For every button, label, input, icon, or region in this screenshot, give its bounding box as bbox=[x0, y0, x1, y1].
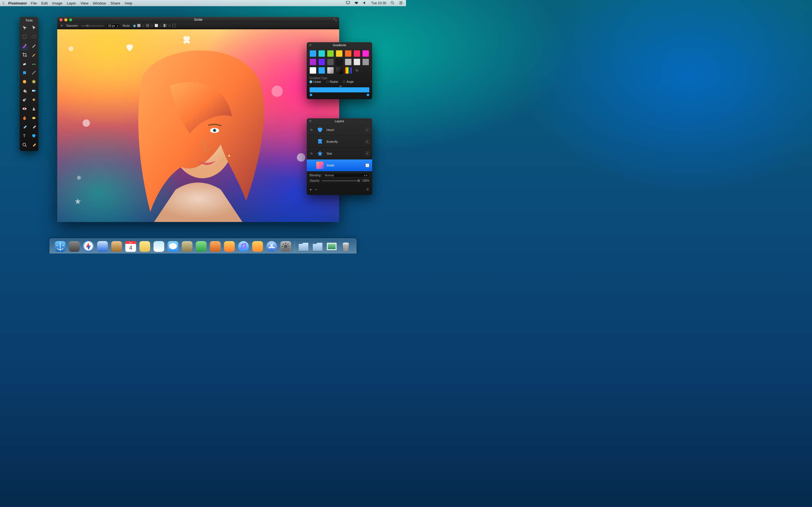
diameter-slider[interactable] bbox=[81, 25, 104, 26]
dock-launchpad-icon[interactable] bbox=[68, 240, 81, 253]
shape-tool[interactable] bbox=[20, 68, 29, 77]
type-tool[interactable]: T bbox=[20, 131, 29, 140]
heal-tool[interactable] bbox=[29, 95, 38, 104]
menu-view[interactable]: View bbox=[81, 1, 89, 5]
layer-row[interactable]: Butterfly✓ bbox=[307, 136, 372, 148]
fullscreen-icon[interactable] bbox=[334, 18, 337, 23]
redeye-tool[interactable] bbox=[20, 104, 29, 113]
volume-icon[interactable] bbox=[363, 1, 367, 6]
blur-tool[interactable] bbox=[20, 77, 29, 86]
gradient-swatch[interactable] bbox=[310, 59, 316, 65]
dock-photos-icon[interactable] bbox=[223, 240, 236, 253]
gradient-swatch[interactable] bbox=[318, 50, 325, 57]
dock-trash-icon[interactable] bbox=[340, 240, 352, 253]
eyedropper-tool[interactable] bbox=[20, 122, 29, 131]
lasso-tool[interactable] bbox=[29, 32, 38, 41]
gradient-swatch[interactable] bbox=[318, 67, 325, 74]
blending-select[interactable]: Normal▲▼ bbox=[323, 173, 369, 177]
gradient-swatch[interactable] bbox=[327, 67, 334, 74]
opacity-slider[interactable] bbox=[322, 180, 361, 181]
dock-maps-icon[interactable] bbox=[181, 240, 194, 253]
gradient-type-angle[interactable]: Angle bbox=[343, 80, 354, 83]
gradient-stop-right[interactable] bbox=[366, 94, 369, 96]
gradient-swatch[interactable] bbox=[336, 59, 343, 65]
apple-menu-icon[interactable]:  bbox=[3, 1, 4, 5]
dock-photobooth-icon[interactable] bbox=[209, 240, 222, 253]
pointer-tool[interactable] bbox=[29, 23, 38, 32]
dock-finder-icon[interactable] bbox=[54, 240, 67, 253]
layers-panel-titlebar[interactable]: ✕ Layers bbox=[307, 118, 372, 124]
gradient-swatch[interactable] bbox=[354, 50, 360, 57]
dock-contacts-icon[interactable] bbox=[110, 240, 123, 253]
gradient-swatch[interactable] bbox=[362, 59, 369, 65]
color-picker-tool[interactable] bbox=[29, 122, 38, 131]
layer-row[interactable]: fxHeart✓ bbox=[307, 124, 372, 136]
layer-row[interactable]: fxStar✓ bbox=[307, 148, 372, 159]
dock-ibooks-icon[interactable] bbox=[251, 240, 264, 253]
menu-image[interactable]: Image bbox=[52, 1, 62, 5]
wifi-icon[interactable] bbox=[354, 1, 359, 6]
dock-preferences-icon[interactable] bbox=[280, 240, 292, 253]
gradient-swatch[interactable] bbox=[327, 59, 334, 65]
toolbar-gear-icon[interactable] bbox=[60, 24, 63, 28]
gradient-type-radial[interactable]: Radial bbox=[326, 80, 338, 83]
dock-facetime-icon[interactable] bbox=[195, 240, 208, 253]
dock-appstore-icon[interactable] bbox=[265, 240, 278, 253]
menu-help[interactable]: Help bbox=[125, 1, 133, 5]
mode-radio-3[interactable] bbox=[151, 25, 153, 27]
layer-row[interactable]: Smile✓ bbox=[307, 159, 372, 171]
burn-tool[interactable] bbox=[20, 113, 29, 122]
paint-bucket-tool[interactable] bbox=[20, 86, 29, 95]
spotlight-icon[interactable] bbox=[390, 1, 395, 6]
notification-center-icon[interactable] bbox=[399, 1, 403, 6]
eraser-tool[interactable] bbox=[20, 59, 29, 68]
gradients-panel[interactable]: ✕ Gradients Gradient Type Linear Radial … bbox=[307, 42, 372, 99]
menu-share[interactable]: Share bbox=[110, 1, 120, 5]
sharpen-tool[interactable] bbox=[29, 104, 38, 113]
gradient-swatch[interactable] bbox=[345, 59, 352, 65]
line-tool[interactable] bbox=[29, 68, 38, 77]
mode-radio-5[interactable] bbox=[168, 25, 170, 27]
gradient-presets-gear-icon[interactable] bbox=[354, 67, 361, 74]
dock-safari-icon[interactable] bbox=[82, 240, 95, 253]
mode-radio-4[interactable] bbox=[160, 25, 162, 27]
gradients-panel-titlebar[interactable]: ✕ Gradients bbox=[307, 42, 372, 48]
menu-file[interactable]: File bbox=[31, 1, 37, 5]
menubar-clock[interactable]: Tue 10:30 bbox=[371, 1, 386, 5]
mode-radio-2[interactable] bbox=[142, 25, 144, 27]
layers-panel[interactable]: ✕ Layers fxHeart✓Butterfly✓fxStar✓Smile✓… bbox=[307, 118, 372, 195]
gradient-swatch[interactable] bbox=[362, 50, 369, 57]
layer-visibility-checkbox[interactable]: ✓ bbox=[365, 128, 369, 132]
add-layer-button[interactable]: + bbox=[310, 187, 312, 191]
layer-visibility-checkbox[interactable]: ✓ bbox=[365, 163, 369, 167]
clone-tool[interactable] bbox=[20, 95, 29, 104]
airplay-icon[interactable] bbox=[346, 1, 350, 6]
panel-close-button[interactable]: ✕ bbox=[308, 43, 312, 47]
gradient-swatch[interactable] bbox=[336, 50, 343, 57]
smudge-tool[interactable] bbox=[29, 59, 38, 68]
gradient-swatch[interactable] bbox=[310, 50, 316, 57]
zoom-tool[interactable] bbox=[20, 140, 29, 149]
gradient-swatch[interactable] bbox=[310, 67, 316, 74]
gradient-swatch[interactable] bbox=[345, 67, 352, 74]
gradient-type-linear[interactable]: Linear bbox=[310, 80, 321, 83]
sponge-tool[interactable] bbox=[29, 113, 38, 122]
mode-radio-1[interactable] bbox=[133, 25, 136, 27]
dock-pictures-icon[interactable] bbox=[325, 240, 338, 253]
dock-messages-icon[interactable] bbox=[167, 240, 180, 253]
gradient-stop-left[interactable] bbox=[310, 94, 312, 96]
app-name[interactable]: Pixelmator bbox=[8, 1, 27, 5]
dock-documents-icon[interactable] bbox=[297, 240, 310, 253]
diameter-value-stepper[interactable]: 50 px ▲▼ bbox=[107, 24, 119, 28]
dock-notes-icon[interactable] bbox=[139, 240, 151, 253]
sparkle-tool[interactable] bbox=[29, 77, 38, 86]
dock-mail-icon[interactable] bbox=[96, 240, 109, 253]
gradient-tool[interactable] bbox=[29, 86, 38, 95]
dock-reminders-icon[interactable] bbox=[153, 240, 165, 253]
gradient-swatch[interactable] bbox=[318, 59, 325, 65]
menu-edit[interactable]: Edit bbox=[42, 1, 48, 5]
gradient-swatch[interactable] bbox=[327, 50, 334, 57]
dock-downloads-icon[interactable] bbox=[311, 240, 324, 253]
gradient-preview-bar[interactable] bbox=[310, 87, 369, 93]
gradient-swatch[interactable] bbox=[354, 59, 360, 65]
